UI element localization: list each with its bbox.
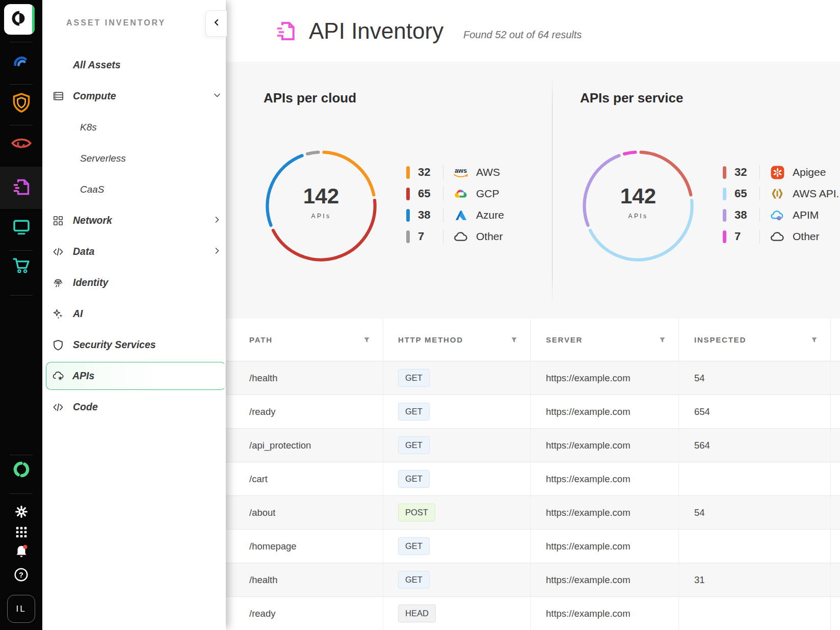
- legend-item-gcp[interactable]: 65GCP: [406, 183, 504, 204]
- gcp-icon: [451, 186, 471, 202]
- method-badge: GET: [398, 537, 430, 555]
- sidebar-item-caas[interactable]: CaaS: [42, 174, 226, 205]
- rail-item-bell[interactable]: [0, 542, 42, 563]
- column-label: HTTP METHOD: [398, 335, 463, 344]
- gauge-icon: [11, 51, 32, 74]
- legend-item-aws[interactable]: 32awsAWS: [406, 162, 504, 183]
- column-header-server[interactable]: SERVER: [531, 319, 679, 361]
- table-row[interactable]: /aboutPOSThttps://example.com54: [226, 496, 840, 530]
- logo-accent-strip: [32, 4, 35, 35]
- method-badge: GET: [398, 470, 430, 488]
- legend-item-aws-api[interactable]: 65AWS API...: [723, 183, 840, 204]
- code-icon: [51, 246, 65, 258]
- bell-icon: [12, 542, 31, 563]
- column-header-inspected[interactable]: INSPECTED: [679, 319, 831, 361]
- path-value: /ready: [249, 608, 275, 619]
- cell-stub: [831, 530, 840, 563]
- sidebar-item-all-assets[interactable]: All Assets: [42, 49, 226, 81]
- table-row[interactable]: /homepageGEThttps://example.com: [226, 530, 840, 563]
- sidebar-item-serverless[interactable]: Serverless: [42, 143, 226, 174]
- rail-divider: [10, 455, 33, 455]
- rail-item-help[interactable]: ?: [0, 565, 42, 586]
- cell-path: /health: [226, 563, 383, 596]
- sidebar-item-k8s[interactable]: K8s: [42, 112, 226, 143]
- table-row[interactable]: /api_protectionGEThttps://example.com564: [226, 429, 840, 462]
- cell-path: /cart: [226, 462, 383, 495]
- legend-label: AWS: [476, 166, 500, 178]
- rail-item-ring-logo[interactable]: [0, 460, 42, 481]
- method-badge: HEAD: [398, 605, 436, 622]
- sidebar-item-label: CaaS: [80, 184, 104, 195]
- filter-icon[interactable]: [659, 336, 666, 343]
- table-row[interactable]: /cartGEThttps://example.com: [226, 462, 840, 496]
- table-row[interactable]: /healthGEThttps://example.com54: [226, 361, 840, 395]
- rail-item-cart[interactable]: [0, 252, 42, 281]
- donut-chart-apis-per-cloud[interactable]: 142APIs: [260, 145, 382, 267]
- user-avatar[interactable]: IL: [7, 595, 35, 623]
- filter-icon[interactable]: [363, 336, 370, 343]
- app-rail: ?IL: [0, 0, 42, 630]
- sidebar-item-apis[interactable]: APIs: [46, 362, 226, 390]
- rail-item-eye[interactable]: [0, 130, 42, 159]
- cell-server: https://example.com: [531, 361, 679, 395]
- table-row[interactable]: /healthGEThttps://example.com31: [226, 563, 840, 597]
- api-table: PATHHTTP METHODSERVERINSPECTED/healthGET…: [226, 319, 840, 630]
- legend-separator: [759, 229, 760, 244]
- svg-text:142: 142: [620, 184, 656, 208]
- cell-http-method: GET: [383, 395, 531, 428]
- sidebar-item-security-services[interactable]: Security Services: [42, 329, 226, 360]
- rail-item-shield[interactable]: [0, 89, 42, 118]
- help-icon: ?: [12, 565, 31, 586]
- cell-server: https://example.com: [531, 429, 679, 462]
- cart-icon: [11, 255, 32, 278]
- chevron-down-icon[interactable]: [213, 91, 221, 101]
- inspected-value: 564: [694, 440, 710, 451]
- eye-icon: [10, 132, 33, 156]
- svg-text:142: 142: [303, 184, 339, 208]
- legend-item-apigee[interactable]: 32Apigee: [723, 162, 840, 183]
- legend-color: [406, 166, 410, 179]
- sidebar-item-identity[interactable]: Identity: [42, 267, 226, 298]
- table-row[interactable]: /readyGEThttps://example.com654: [226, 395, 840, 429]
- sidebar-item-network[interactable]: Network: [42, 205, 226, 236]
- rail-item-gauge[interactable]: [0, 48, 42, 77]
- chevron-right-icon[interactable]: [213, 216, 221, 226]
- sidebar-collapse-button[interactable]: [205, 10, 227, 37]
- path-value: /health: [249, 373, 278, 384]
- legend-value: 7: [734, 230, 758, 243]
- aws-icon: aws: [451, 166, 471, 179]
- rail-item-gear[interactable]: [0, 502, 42, 523]
- sidebar-item-compute[interactable]: Compute: [42, 81, 226, 112]
- sidebar-item-code[interactable]: Code: [42, 391, 226, 423]
- cell-stub: [831, 361, 840, 395]
- chevron-right-icon[interactable]: [213, 247, 221, 257]
- cell-inspected: [679, 462, 831, 495]
- cell-server: https://example.com: [531, 395, 679, 428]
- legend-item-other[interactable]: 7Other: [406, 226, 504, 247]
- orca-logo[interactable]: [4, 4, 35, 35]
- shield-outline-icon: [51, 339, 65, 351]
- rail-item-grid[interactable]: [0, 522, 42, 544]
- legend-label: Apigee: [793, 166, 826, 178]
- filter-icon[interactable]: [811, 336, 818, 343]
- column-header-http-method[interactable]: HTTP METHOD: [383, 319, 531, 361]
- rail-item-api-doc[interactable]: [0, 167, 42, 209]
- svg-text:aws: aws: [455, 166, 467, 174]
- legend-item-other[interactable]: 7Other: [723, 226, 840, 247]
- legend-apis-per-cloud: 32awsAWS65GCP38Azure7Other: [406, 162, 504, 247]
- legend-value: 65: [734, 187, 758, 200]
- legend-item-azure[interactable]: 38Azure: [406, 204, 504, 226]
- sidebar-item-ai[interactable]: AI: [42, 298, 226, 329]
- sidebar-item-data[interactable]: Data: [42, 236, 226, 267]
- legend-color: [406, 230, 410, 243]
- table-row[interactable]: /readyHEADhttps://example.com: [226, 597, 840, 630]
- filter-icon[interactable]: [511, 336, 517, 343]
- rail-item-monitor[interactable]: [0, 214, 42, 242]
- legend-label: Other: [793, 230, 820, 243]
- sidebar-item-label: Identity: [73, 277, 108, 288]
- cell-stub: [831, 462, 840, 495]
- legend-item-apim[interactable]: 38APIM: [723, 204, 840, 226]
- donut-chart-apis-per-service[interactable]: 142APIs: [577, 145, 699, 267]
- legend-separator: [443, 187, 443, 201]
- column-header-path[interactable]: PATH: [226, 319, 383, 361]
